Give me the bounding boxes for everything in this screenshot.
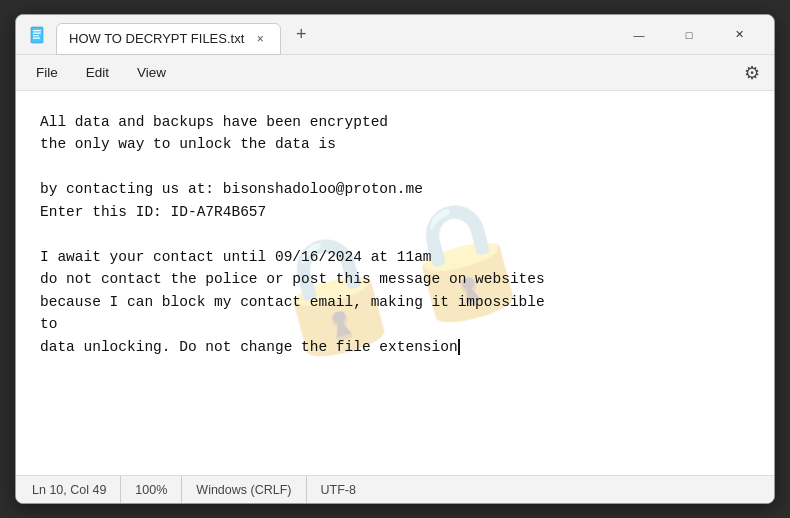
line-9: because I can block my contact email, ma… (40, 294, 545, 310)
edit-menu[interactable]: Edit (74, 61, 121, 84)
line-5: Enter this ID: ID-A7R4B657 (40, 204, 266, 220)
zoom-level: 100% (121, 476, 182, 503)
encoding: UTF-8 (307, 476, 370, 503)
line-2: the only way to unlock the data is (40, 136, 336, 152)
minimize-button[interactable]: — (616, 19, 662, 51)
maximize-button[interactable]: □ (666, 19, 712, 51)
line-4: by contacting us at: bisonshadoloo@proto… (40, 181, 423, 197)
line-11: data unlocking. Do not change the file e… (40, 339, 460, 355)
new-tab-button[interactable]: + (287, 21, 315, 49)
file-menu[interactable]: File (24, 61, 70, 84)
line-8: do not contact the police or post this m… (40, 271, 545, 287)
statusbar: Ln 10, Col 49 100% Windows (CRLF) UTF-8 (16, 475, 774, 503)
notepad-window: HOW TO DECRYPT FILES.txt × + — □ ✕ File … (15, 14, 775, 504)
content-area[interactable]: 🔒🔒 All data and backups have been encryp… (16, 91, 774, 475)
svg-rect-3 (33, 35, 39, 36)
cursor-position: Ln 10, Col 49 (28, 476, 121, 503)
tab-close-button[interactable]: × (252, 31, 268, 47)
svg-rect-2 (33, 32, 41, 33)
svg-rect-1 (33, 30, 41, 31)
app-icon (28, 25, 48, 45)
menubar: File Edit View ⚙ (16, 55, 774, 91)
titlebar: HOW TO DECRYPT FILES.txt × + — □ ✕ (16, 15, 774, 55)
svg-rect-4 (33, 37, 40, 38)
line-ending: Windows (CRLF) (182, 476, 306, 503)
line-1: All data and backups have been encrypted (40, 114, 388, 130)
window-controls: — □ ✕ (616, 19, 762, 51)
text-cursor (458, 339, 460, 355)
text-editor[interactable]: All data and backups have been encrypted… (16, 91, 774, 378)
view-menu[interactable]: View (125, 61, 178, 84)
close-button[interactable]: ✕ (716, 19, 762, 51)
settings-icon[interactable]: ⚙ (738, 59, 766, 87)
active-tab[interactable]: HOW TO DECRYPT FILES.txt × (56, 23, 281, 55)
tabs-area: HOW TO DECRYPT FILES.txt × + (56, 19, 616, 51)
line-7: I await your contact until 09/16/2024 at… (40, 249, 432, 265)
tab-title: HOW TO DECRYPT FILES.txt (69, 31, 244, 46)
line-10: to (40, 316, 57, 332)
menu-items: File Edit View (24, 61, 178, 84)
